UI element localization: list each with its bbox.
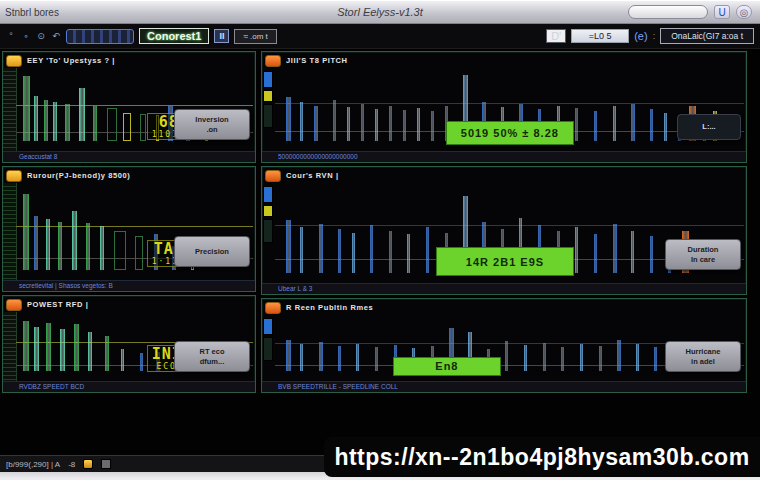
meter-bar <box>594 234 597 273</box>
undo-icon[interactable]: ↶ <box>51 31 61 41</box>
meter-bar <box>46 323 51 371</box>
dark-chip <box>263 219 273 243</box>
meter-bar <box>599 346 602 371</box>
mode-d-button[interactable]: D' <box>546 29 566 43</box>
panel-title: R Reen Publtin Rmes <box>286 303 373 312</box>
meter-bar <box>65 104 70 141</box>
meter-bar <box>105 336 109 371</box>
panel-icon[interactable] <box>6 55 22 67</box>
meter-chart: TAR 1·111 Precision <box>3 183 255 280</box>
meter-bar <box>375 347 378 371</box>
meter-bar <box>23 76 30 141</box>
separator-colon: : <box>653 31 656 41</box>
meter-bar <box>286 340 291 371</box>
record-icon[interactable]: ° <box>6 31 16 41</box>
meter-bar <box>636 344 639 371</box>
titlebar: Stnbrl bores Storl Eelyss-v1.3t U ◎ <box>0 1 760 24</box>
rt-eco-button[interactable]: RT eco dfum... <box>174 341 250 372</box>
main-area: EEY 'To' Upestyss ? | 68 11011 Inversion… <box>0 49 760 455</box>
meter-bar <box>389 106 392 142</box>
meter-bar <box>319 224 323 273</box>
meter-bar <box>333 100 336 141</box>
meter-bar <box>121 349 124 371</box>
panel-right-3: R Reen Publtin Rmes En8 BM <box>261 298 747 393</box>
minimize-button[interactable]: U <box>714 5 730 19</box>
left-column: EEY 'To' Upestyss ? | 68 11011 Inversion… <box>2 51 256 455</box>
hurricane-button[interactable]: Hurricane in adel <box>665 341 741 372</box>
output-device-button[interactable]: OnaLaic(GI7 a:oa t <box>660 28 754 44</box>
meter-bar <box>319 342 323 371</box>
level-display[interactable]: =L0 5 <box>571 29 629 43</box>
inversion-button[interactable]: Inversion .on <box>174 109 250 140</box>
meter-bar <box>79 88 85 141</box>
meter-bar <box>417 108 420 141</box>
meter-bar <box>60 329 65 371</box>
panel-footer: 5000000000000000000000 <box>262 151 746 162</box>
meter-bar <box>575 108 578 141</box>
blue-chip <box>263 71 273 88</box>
meter-bar <box>123 113 131 141</box>
titlebar-pill[interactable] <box>628 5 708 19</box>
meter-bar <box>370 225 373 273</box>
blue-chip <box>263 318 273 335</box>
panel-icon[interactable] <box>6 170 22 182</box>
panel-footer: Ubear L & 3 <box>262 283 746 294</box>
precision-button[interactable]: Precision <box>174 236 250 267</box>
panel-icon[interactable] <box>265 170 281 182</box>
meter-bar <box>338 229 341 273</box>
notification-icon[interactable] <box>83 459 93 469</box>
meter-bar <box>613 224 617 273</box>
ruler-strip <box>3 312 17 381</box>
preset-label-button[interactable]: Conorest1 <box>139 28 209 44</box>
yellow-chip <box>263 90 273 102</box>
pause-button[interactable]: II <box>214 29 229 43</box>
panel-footer: BVB SPEEDTRILLE - SPEEDLINE COLL <box>262 381 746 392</box>
meter-bar <box>44 100 48 141</box>
meter-bar <box>314 106 318 142</box>
options-button[interactable]: ≈ .om t <box>234 29 276 44</box>
panel-footer: secretievital | Shasos vegetos: B <box>3 280 255 291</box>
eject-icon[interactable]: (e) <box>634 30 647 42</box>
meter-bar <box>300 102 303 141</box>
meter-bar <box>34 216 38 270</box>
close-button[interactable]: ◎ <box>736 5 752 19</box>
panel-icon[interactable] <box>265 302 281 314</box>
meter-bar <box>375 109 378 141</box>
yellow-chip <box>263 205 273 217</box>
meter-bar <box>407 234 410 273</box>
highlight-value-box: En8 <box>393 357 501 377</box>
stop-icon[interactable]: ∘ <box>21 31 31 41</box>
toolbar: ° ∘ ⊙ ↶ Conorest1 II ≈ .om t D' =L0 5 (e… <box>0 24 760 49</box>
legend-chips <box>263 318 272 363</box>
duration-button[interactable]: Duration In care <box>665 239 741 270</box>
meter-chart: 14R 2B1 E9S FFR 69 Duration In care <box>262 183 746 283</box>
panel-icon[interactable] <box>265 55 281 67</box>
highlight-value-box: 5019 50% ± 8.28 <box>446 121 574 145</box>
panel-action-button[interactable]: L:... <box>677 114 741 140</box>
timeline-slider[interactable] <box>66 29 134 44</box>
panel-title: JIII'S T8 PITCH <box>286 56 348 65</box>
panel-left-3: POWEST RFD | INI ECO RT eco dfum... <box>2 295 256 393</box>
panel-right-2: Cour's RVN | 14R 2B1 E9S FFR 69 <box>261 166 747 295</box>
meter-bar <box>356 344 359 371</box>
panel-left-1: EEY 'To' Upestyss ? | 68 11011 Inversion… <box>2 51 256 163</box>
meter-bar <box>389 231 392 273</box>
meter-bar <box>114 231 126 270</box>
meter-bar <box>650 236 653 273</box>
meter-bar <box>140 114 146 141</box>
meter-bar <box>431 111 434 141</box>
meter-bar <box>631 231 634 273</box>
meter-bar <box>613 106 616 141</box>
status-mid-text: -8 <box>68 460 75 469</box>
meter-bar <box>74 324 79 371</box>
target-icon[interactable]: ⊙ <box>36 31 46 41</box>
panel-left-2: Rurour(PJ-benod)y 8500) TAR 1·111 Precis… <box>2 166 256 292</box>
meter-chart: 68 11011 Inversion .on <box>3 68 255 151</box>
dark-chip <box>263 104 273 128</box>
meter-bar <box>650 109 653 141</box>
panel-icon[interactable] <box>6 299 22 311</box>
app-window: Stnbrl bores Storl Eelyss-v1.3t U ◎ ° ∘ … <box>0 0 760 480</box>
settings-icon[interactable] <box>101 459 111 469</box>
legend-chips <box>263 186 272 245</box>
url-overlay: https://xn--2n1bo4pj8hysam30b.com <box>324 437 760 477</box>
